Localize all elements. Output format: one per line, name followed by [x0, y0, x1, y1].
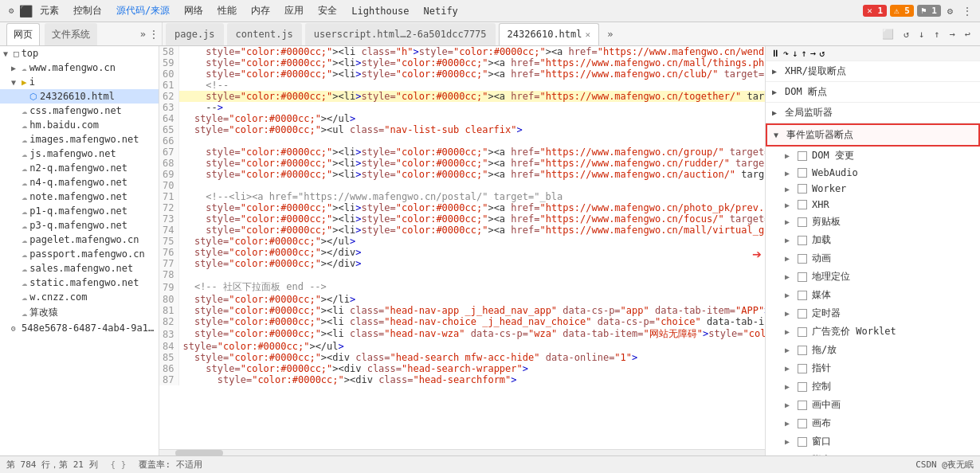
event-listener-item[interactable]: ▶ 地理定位	[766, 268, 980, 286]
event-listener-item[interactable]: ▶ XHR	[766, 197, 980, 213]
tree-item-mafengwo[interactable]: ▶ ☁ www.mafengwo.cn	[0, 61, 159, 75]
menu-security[interactable]: 安全	[312, 2, 343, 19]
event-checkbox[interactable]	[798, 437, 807, 447]
menu-netify[interactable]: Netify	[417, 4, 464, 18]
tree-item-p3[interactable]: ☁ p3-q.mafengwo.net	[0, 218, 159, 233]
tree-item-images[interactable]: ☁ images.mafengwo.net	[0, 132, 159, 147]
tab-24326610[interactable]: 24326610.html ✕	[499, 23, 600, 45]
panel-forward-icon[interactable]: →	[947, 27, 958, 41]
event-listener-item[interactable]: ▶ Worker	[766, 181, 980, 197]
tree-arrow-548: ⚙	[11, 324, 19, 333]
menu-memory[interactable]: 内存	[245, 2, 276, 19]
tree-item-js[interactable]: ☁ js.mafengwo.net	[0, 147, 159, 161]
tab-filesystem[interactable]: 文件系统	[45, 23, 97, 45]
scrollbar-thumb[interactable]	[175, 450, 223, 456]
panel-step-icon[interactable]: ↷	[783, 48, 789, 59]
tab-close-icon[interactable]: ✕	[586, 29, 591, 40]
tree-item-p1[interactable]: ☁ p1-q.mafengwo.net	[0, 204, 159, 218]
event-checkbox[interactable]	[798, 168, 807, 178]
event-checkbox[interactable]	[798, 254, 807, 264]
section-xhr-header[interactable]: ▶ XHR/提取断点	[766, 61, 980, 81]
event-listener-item[interactable]: ▶ 广告竞价 Worklet	[766, 322, 980, 341]
event-checkbox[interactable]	[798, 272, 807, 282]
tab-content-js[interactable]: content.js	[227, 23, 302, 45]
panel-down-icon[interactable]: ↓	[915, 27, 927, 41]
menu-elements[interactable]: 元素	[33, 2, 65, 19]
tree-item-suangai[interactable]: ☁ 算改猿	[0, 304, 159, 321]
event-listener-item[interactable]: ▶ 定时器	[766, 304, 980, 322]
menu-console[interactable]: 控制台	[67, 2, 108, 19]
tree-item-sales[interactable]: ☁ sales.mafengwo.net	[0, 261, 159, 276]
tree-item-548[interactable]: ⚙ 548e5678-6487-4ab4-9a1…	[0, 321, 159, 335]
event-checkbox[interactable]	[798, 364, 807, 373]
event-listener-item[interactable]: ▶ 加载	[766, 231, 980, 249]
event-listener-item[interactable]: ▶ 控制	[766, 377, 980, 396]
horizontal-scrollbar[interactable]	[159, 449, 765, 455]
tab-page-js[interactable]: page.js	[166, 23, 224, 45]
coverage-status: 覆盖率: 不适用	[139, 459, 202, 471]
tree-item-note[interactable]: ☁ note.mafengwo.net	[0, 190, 159, 204]
event-listener-item[interactable]: ▶ 指针	[766, 359, 980, 377]
panel-back-icon[interactable]: ↩	[962, 27, 974, 41]
event-checkbox[interactable]	[798, 309, 807, 319]
event-checkbox[interactable]	[798, 236, 807, 245]
file-icon-html: ⬡	[29, 92, 37, 102]
tree-item-i[interactable]: ▼ ▶ i	[0, 75, 159, 89]
event-checkbox[interactable]	[798, 346, 807, 355]
event-checkbox[interactable]	[798, 291, 807, 300]
tabs-more-icon[interactable]: »	[602, 29, 617, 40]
event-checkbox[interactable]	[798, 217, 807, 227]
event-checkbox[interactable]	[798, 419, 807, 428]
event-checkbox[interactable]	[798, 184, 807, 194]
tree-item-hm[interactable]: ☁ hm.baidu.com	[0, 118, 159, 132]
panel-pause-icon[interactable]: ⏸	[770, 48, 780, 59]
event-listener-item[interactable]: ▶ 画布	[766, 414, 980, 432]
tree-item-css[interactable]: ☁ css.mafengwo.net	[0, 104, 159, 118]
code-scroll[interactable]: 58 style="color:#0000cc;"><li class="h">…	[159, 46, 765, 449]
tree-item-passport[interactable]: ☁ passport.mafengwo.cn	[0, 247, 159, 261]
tree-item-pagelet[interactable]: ☁ pagelet.mafengwo.cn	[0, 233, 159, 247]
tree-item-static[interactable]: ☁ static.mafengwo.net	[0, 276, 159, 290]
section-events-header[interactable]: ▼ 事件监听器断点	[766, 123, 980, 147]
tab-webpage[interactable]: 网页	[6, 23, 40, 45]
event-checkbox[interactable]	[798, 151, 807, 161]
panel-refresh-icon[interactable]: ↺	[900, 27, 912, 41]
event-listener-item[interactable]: ▶ WebAudio	[766, 165, 980, 181]
event-listener-item[interactable]: ▶ 脚本	[766, 451, 980, 455]
event-checkbox[interactable]	[798, 382, 807, 392]
tree-item-html[interactable]: ⬡ 24326610.html	[0, 89, 159, 104]
tree-item-cnzz[interactable]: ☁ w.cnzz.com	[0, 290, 159, 304]
event-checkbox[interactable]	[798, 200, 807, 209]
section-dom-header[interactable]: ▶ DOM 断点	[766, 82, 980, 102]
panel-step-over-icon[interactable]: →	[810, 48, 816, 59]
event-checkbox[interactable]	[798, 327, 807, 337]
event-listener-item[interactable]: ▶ 窗口	[766, 432, 980, 451]
panel-step-in-icon[interactable]: ↓	[792, 48, 798, 59]
tree-item-top[interactable]: ▼ □ top	[0, 46, 159, 61]
panel-step-out-icon[interactable]: ↑	[801, 48, 806, 59]
event-listener-item[interactable]: ▶ 拖/放	[766, 341, 980, 359]
settings-icon[interactable]: ⚙	[944, 4, 956, 18]
tree-item-n4[interactable]: ☁ n4-q.mafengwo.net	[0, 175, 159, 190]
menu-performance[interactable]: 性能	[211, 2, 243, 19]
filetree-options-icon[interactable]: ⋮	[149, 29, 159, 40]
panel-up-icon[interactable]: ↑	[931, 27, 943, 41]
filetree-more-icon[interactable]: »	[140, 29, 146, 40]
panel-deactivate-icon[interactable]: ↺	[819, 48, 825, 59]
event-checkbox[interactable]	[798, 401, 807, 410]
panel-collapse-icon[interactable]: ⬜	[879, 27, 897, 41]
tree-item-n2[interactable]: ☁ n2-q.mafengwo.net	[0, 161, 159, 175]
tab-userscript[interactable]: userscript.html…2-6a501dcc7775	[305, 23, 496, 45]
more-options-icon[interactable]: ⋮	[959, 4, 975, 18]
menu-sources[interactable]: 源代码/来源	[110, 2, 176, 19]
event-listener-item[interactable]: ▶ DOM 变更	[766, 147, 980, 165]
event-listener-item[interactable]: ▶ 动画	[766, 249, 980, 268]
event-listener-item[interactable]: ▶ 画中画	[766, 396, 980, 414]
event-listener-item[interactable]: ▶ 媒体	[766, 286, 980, 304]
event-listener-item[interactable]: ▶ 剪贴板	[766, 213, 980, 231]
menu-network[interactable]: 网络	[178, 2, 210, 19]
event-checkbox[interactable]	[798, 455, 807, 456]
menu-lighthouse[interactable]: Lighthouse	[345, 4, 415, 18]
section-global-header[interactable]: ▶ 全局监听器	[766, 103, 980, 123]
menu-application[interactable]: 应用	[278, 2, 310, 19]
